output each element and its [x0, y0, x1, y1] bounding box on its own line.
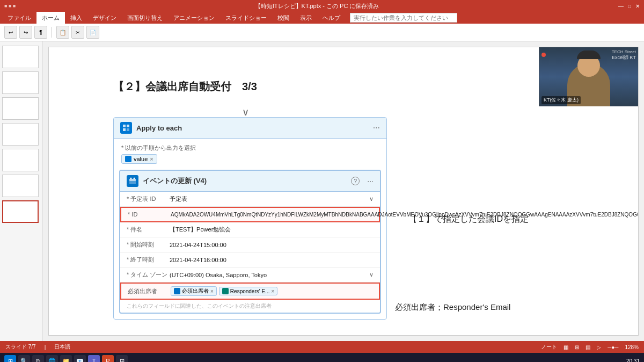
slide-thumb-wrapper-2: 2: [2, 71, 40, 94]
subject-label: * 件名: [127, 226, 170, 234]
outlook-taskbar-icon[interactable]: 📧: [74, 355, 86, 362]
minimize-button[interactable]: —: [618, 3, 624, 9]
ribbon-tabs: ファイル ホーム 挿入 デザイン 画面切り替え アニメーション スライドショー …: [0, 12, 644, 24]
attendee-1-text: 必須出席者: [182, 287, 209, 295]
svg-point-6: [130, 178, 132, 179]
timezone-value: (UTC+09:00) Osaka, Sapporo, Tokyo: [170, 272, 369, 278]
view-slideshow-icon[interactable]: ▷: [597, 344, 601, 350]
calendar-id-row: * 予定表 ID 予定表 ∨: [120, 192, 380, 207]
divider: [52, 27, 52, 38]
cutoff-hint-row: これらのフィールドに関連した、このイベントの注意出席者: [120, 300, 380, 313]
view-normal-icon[interactable]: ▦: [564, 344, 568, 350]
window-controls-right[interactable]: — □ ✕: [618, 3, 640, 9]
slide-title: 【２】会議出席自動受付 3/3: [113, 79, 257, 94]
attendee-tag-1: 必須出席者 ×: [171, 286, 217, 296]
slide-thumb-5[interactable]: [2, 149, 39, 171]
tab-file[interactable]: ファイル: [2, 12, 36, 24]
value-tag-remove-button[interactable]: ×: [150, 156, 153, 162]
start-time-label: * 開始時刻: [127, 241, 170, 249]
start-button[interactable]: ⊞: [4, 355, 16, 362]
search-taskbar-icon[interactable]: 🔍: [18, 355, 30, 362]
windows-icon[interactable]: ⊞: [116, 355, 128, 362]
subject-row: * 件名 【TEST】Power勉強会: [120, 222, 380, 237]
tab-insert[interactable]: 挿入: [65, 12, 87, 24]
cutoff-hint-text: これらのフィールドに関連した、このイベントの注意出席者: [127, 303, 272, 309]
attendee-2-remove-button[interactable]: ×: [271, 288, 274, 294]
svg-rect-2: [123, 128, 126, 131]
event-body: * 予定表 ID 予定表 ∨ * ID AQMkADA2OWU4MmVhLTg0…: [120, 192, 380, 313]
slide-thumb-3[interactable]: [2, 97, 39, 120]
red-dot-icon: [541, 53, 546, 57]
window-controls-left: ■ ■ ■: [4, 3, 16, 9]
edge-icon[interactable]: 🌐: [46, 355, 58, 362]
slide-thumb-wrapper-6: 6: [2, 175, 40, 197]
event-update-block: イベントの更新 (V4) ? ··· * 予定表 ID 予定表 ∨: [119, 170, 381, 314]
timezone-label: * タイム ゾーン: [127, 271, 170, 279]
tab-view[interactable]: 表示: [295, 12, 317, 24]
webcam-overlay: TECH Street Excel師 KT KT(佐々木 慶太): [539, 47, 638, 106]
help-icon[interactable]: ?: [351, 177, 360, 185]
notes-label[interactable]: ノート: [541, 343, 557, 351]
attendees-tag-container: 必須出席者 × Responders' E... ×: [171, 286, 277, 296]
attendee-tag-2: Responders' E... ×: [219, 287, 277, 295]
svg-point-7: [134, 178, 135, 179]
window-title: 【時短ITレシピ】KT.pptx - この PC に保存済み: [16, 2, 618, 10]
annotation-meeting-id: 【１】で指定した会議IDを指定: [408, 214, 529, 225]
taskbar: ⊞ 🔍 ⧉ 🌐 📁 📧 T P ⊞ 20:31: [0, 353, 644, 362]
timezone-row: * タイム ゾーン (UTC+09:00) Osaka, Sapporo, To…: [120, 267, 380, 283]
status-bar-right: ノート ▦ ⊞ ▤ ▷ ─●─ 128%: [541, 343, 639, 351]
tab-animation[interactable]: アニメーション: [168, 12, 220, 24]
zoom-level: 128%: [625, 344, 639, 350]
event-update-menu-button[interactable]: ···: [367, 177, 374, 185]
svg-rect-1: [127, 125, 129, 127]
powerpoint-taskbar-icon[interactable]: P: [102, 355, 114, 362]
tab-design[interactable]: デザイン: [87, 12, 122, 24]
tab-review[interactable]: 校閲: [272, 12, 295, 24]
required-attendees-label: 必須出席者: [128, 287, 171, 295]
flow-container: Apply to each ··· * 以前の手順から出力を選択 value ×: [113, 117, 387, 320]
slide-thumb-2[interactable]: [2, 71, 39, 94]
svg-rect-3: [127, 128, 129, 131]
start-time-row: * 開始時刻 2021-04-24T15:00:00: [120, 237, 380, 252]
slide-thumb-6[interactable]: [2, 175, 39, 197]
zoom-slider[interactable]: ─●─: [608, 344, 618, 350]
teams-icon[interactable]: T: [88, 355, 100, 362]
paste-icon[interactable]: 📋: [56, 26, 69, 39]
view-slide-sorter-icon[interactable]: ⊞: [575, 344, 579, 350]
slide-panel: 1 2 3 4: [0, 41, 43, 341]
tab-home[interactable]: ホーム: [36, 12, 65, 24]
timezone-chevron-icon: ∨: [369, 271, 374, 278]
status-separator: |: [45, 344, 46, 350]
format-icon[interactable]: ¶: [34, 26, 47, 39]
attendee-1-remove-button[interactable]: ×: [210, 288, 214, 294]
search-input[interactable]: [350, 13, 457, 23]
taskview-icon[interactable]: ⧉: [32, 355, 44, 362]
recording-indicator: [541, 49, 546, 59]
tab-transition[interactable]: 画面切り替え: [122, 12, 168, 24]
webcam-label: TECH Street Excel師 KT: [612, 49, 636, 61]
maximize-button[interactable]: □: [628, 3, 631, 9]
explorer-icon[interactable]: 📁: [60, 355, 72, 362]
webcam-title: Excel師 KT: [612, 55, 636, 61]
tab-slideshow[interactable]: スライドショー: [220, 12, 272, 24]
close-button[interactable]: ✕: [635, 3, 640, 9]
webcam-brand: TECH Street: [612, 49, 636, 55]
apply-to-each-block: Apply to each ··· * 以前の手順から出力を選択 value ×: [113, 117, 387, 320]
copy-icon[interactable]: 📄: [86, 26, 99, 39]
calendar-id-value: 予定表: [170, 195, 369, 203]
language-status: 日本語: [54, 343, 70, 351]
slide-thumb-7[interactable]: [2, 200, 39, 223]
webcam-presenter-name: KT(佐々木 慶太): [541, 96, 581, 104]
apply-each-menu-button[interactable]: ···: [373, 123, 380, 133]
redo-icon[interactable]: ↪: [19, 26, 32, 39]
undo-icon[interactable]: ↩: [4, 26, 17, 39]
slide-thumb-1[interactable]: [2, 46, 39, 68]
required-attendees-row: 必須出席者 必須出席者 × Responders' E...: [120, 283, 380, 300]
view-reading-icon[interactable]: ▤: [586, 344, 590, 350]
event-id-label: * ID: [128, 211, 171, 218]
cut-icon[interactable]: ✂: [71, 26, 84, 39]
slide-thumb-4[interactable]: [2, 123, 39, 146]
ribbon: ファイル ホーム 挿入 デザイン 画面切り替え アニメーション スライドショー …: [0, 12, 644, 41]
tab-help[interactable]: ヘルプ: [317, 12, 346, 24]
calendar-id-chevron-icon: ∨: [369, 196, 374, 202]
